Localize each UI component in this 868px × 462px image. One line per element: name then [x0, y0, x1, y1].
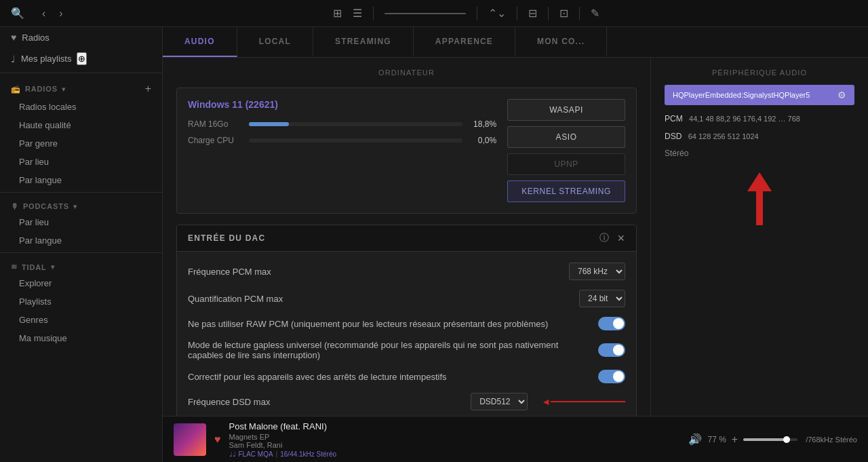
- podcasts-section-icon: 🎙: [11, 202, 19, 210]
- cpu-row: Charge CPU 0,0%: [188, 136, 496, 145]
- cpu-label: Charge CPU: [188, 136, 242, 145]
- tab-audio[interactable]: AUDIO: [163, 27, 237, 57]
- gapless-toggle[interactable]: [598, 343, 625, 357]
- sidebar-item-radios[interactable]: ♥ Radios: [0, 27, 162, 47]
- volume-knob: [783, 436, 790, 443]
- search-icon[interactable]: 🔍: [11, 7, 24, 20]
- dac-close-button[interactable]: ✕: [617, 233, 625, 244]
- ram-bar-container: [249, 122, 462, 126]
- separator1: [0, 73, 162, 73]
- kernel-streaming-button[interactable]: KERNEL STREAMING: [507, 180, 625, 202]
- gapless-row: Mode de lecture gapless universel (recom…: [188, 340, 625, 360]
- edit-icon[interactable]: ✎: [591, 7, 599, 20]
- sidebar-item-par-langue[interactable]: Par langue: [0, 171, 162, 189]
- stereo-label: Stéréo: [665, 147, 854, 161]
- list-icon[interactable]: ☰: [353, 7, 362, 20]
- sidebar-item-radios-locales[interactable]: Radios locales: [0, 98, 162, 116]
- volume-slider[interactable]: [743, 438, 797, 441]
- quant-select[interactable]: 24 bit 32 bit 16 bit: [579, 290, 625, 307]
- sidebar-item-par-genre[interactable]: Par genre: [0, 134, 162, 153]
- sidebar-item-tidal-mamusique[interactable]: Ma musique: [0, 329, 162, 347]
- volume-fill: [743, 438, 785, 441]
- tab-local[interactable]: LOCAL: [237, 27, 313, 57]
- correctif-label: Correctif pour les appareils avec des ar…: [188, 372, 591, 382]
- main-layout: ♥ Radios ♩ Mes playlists ⊕ 📻 RADIOS ▾ + …: [0, 27, 868, 462]
- dac-info-button[interactable]: ⓘ: [599, 232, 609, 244]
- tidal-section-icon: ≋: [11, 263, 18, 271]
- wasapi-button[interactable]: WASAPI: [507, 99, 625, 121]
- player-heart-row: ♥: [214, 434, 221, 446]
- tidal-section[interactable]: ≋ TIDAL ▾: [0, 256, 162, 274]
- player-info: Post Malone (feat. RANI) Magnets EP Sam …: [229, 421, 681, 458]
- tidal-section-label: TIDAL: [22, 263, 47, 271]
- pcm-label: PCM: [665, 114, 683, 123]
- sidebar-item-tidal-genres[interactable]: Genres: [0, 311, 162, 329]
- pcm-info: PCM 44,1 48 88,2 96 176,4 192 … 768 DSD …: [665, 112, 854, 161]
- sidebar-item-podcast-lieu[interactable]: Par lieu: [0, 213, 162, 231]
- separator3: [0, 252, 162, 253]
- podcasts-section[interactable]: 🎙 PODCASTS ▾: [0, 195, 162, 213]
- tabs: AUDIO LOCAL STREAMING APPARENCE MON CO..…: [163, 27, 868, 58]
- dsd-arrow-annotation: ◄: [541, 396, 625, 407]
- player-format: ♩♩ FLAC MQA | 16/44.1kHz Stéréo: [229, 450, 681, 458]
- pcm-values: 44,1 48 88,2 96 176,4 192 … 768: [689, 115, 800, 123]
- sidebar-item-podcast-langue[interactable]: Par langue: [0, 231, 162, 250]
- dsd-values: 64 128 256 512 1024: [688, 132, 759, 140]
- sidebar-item-playlists[interactable]: ♩ Mes playlists ⊕: [0, 47, 162, 70]
- bottom-player: ♥ Post Malone (feat. RANI) Magnets EP Sa…: [163, 416, 868, 462]
- sidebar-item-haute-qualite[interactable]: Haute qualité: [0, 116, 162, 134]
- podcasts-section-label: PODCASTS: [23, 202, 69, 210]
- player-thumbnail: [174, 423, 206, 456]
- nav-forward-button[interactable]: ›: [55, 6, 66, 21]
- player-format-detail: 16/44.1kHz Stéréo: [280, 450, 336, 458]
- quant-label: Quantification PCM max: [188, 294, 572, 304]
- raw-pcm-toggle[interactable]: [598, 317, 625, 330]
- dac-dialog: ENTRÉE DU DAC ⓘ ✕ Fréquence PCM max: [176, 225, 637, 416]
- top-bar: 🔍 ‹ › ⊞ ☰ ⌃⌄ ⊟ ⊡ ✎: [0, 0, 868, 27]
- player-favorite-icon[interactable]: ♥: [214, 434, 221, 446]
- nav-back-button[interactable]: ‹: [38, 6, 50, 21]
- tab-streaming[interactable]: STREAMING: [313, 27, 414, 57]
- view-icon[interactable]: ⊡: [559, 7, 568, 20]
- hqplayer-settings-button[interactable]: ⚙: [837, 90, 846, 100]
- dac-title: ENTRÉE DU DAC: [188, 233, 265, 243]
- playlist-icon: ♩: [11, 54, 16, 64]
- add-playlist-button[interactable]: ⊕: [77, 52, 87, 65]
- player-album: Magnets EP: [229, 433, 681, 441]
- content-main: ORDINATEUR Windows 11 (22621) RAM 16Go: [163, 58, 868, 416]
- ram-value: 18,8%: [469, 119, 496, 129]
- freq-pcm-select[interactable]: 768 kHz 384 kHz 192 kHz: [569, 263, 625, 280]
- filter-icon[interactable]: ⊟: [528, 7, 537, 20]
- sidebar-item-par-lieu[interactable]: Par lieu: [0, 153, 162, 171]
- correctif-toggle[interactable]: [598, 370, 625, 383]
- dac-body: Fréquence PCM max 768 kHz 384 kHz 192 kH…: [177, 252, 636, 416]
- dac-header: ENTRÉE DU DAC ⓘ ✕: [177, 225, 636, 252]
- sidebar-item-tidal-playlists[interactable]: Playlists: [0, 292, 162, 311]
- sidebar-item-tidal-explorer[interactable]: Explorer: [0, 274, 162, 292]
- sort-icon[interactable]: ⌃⌄: [488, 7, 506, 20]
- add-radio-button[interactable]: +: [145, 83, 151, 95]
- freq-dsd-row: Fréquence DSD max DSD512 DSD256 DSD128 ◄: [188, 393, 625, 410]
- divider3: [517, 7, 517, 20]
- player-title: Post Malone (feat. RANI): [229, 421, 681, 431]
- volume-plus-icon[interactable]: +: [732, 434, 738, 446]
- tab-apparence[interactable]: APPARENCE: [414, 27, 515, 57]
- upward-red-arrow: [665, 172, 854, 225]
- tab-mon-compte[interactable]: MON CO...: [515, 27, 607, 57]
- freq-dsd-select[interactable]: DSD512 DSD256 DSD128: [471, 393, 528, 410]
- player-format-label: FLAC MQA: [239, 450, 273, 458]
- player-artist: Sam Feldt, Rani: [229, 441, 681, 449]
- player-volume: 🔊 77 % +: [688, 433, 797, 446]
- radios-section[interactable]: 📻 RADIOS ▾ +: [0, 76, 162, 98]
- cpu-bar-container: [249, 138, 462, 142]
- ram-label: RAM 16Go: [188, 119, 242, 129]
- upnp-button[interactable]: UPnP: [507, 153, 625, 175]
- asio-button[interactable]: ASIO: [507, 126, 625, 148]
- sidebar: ♥ Radios ♩ Mes playlists ⊕ 📻 RADIOS ▾ + …: [0, 27, 163, 462]
- separator2: [0, 192, 162, 193]
- freq-dsd-label: Fréquence DSD max: [188, 397, 464, 407]
- cpu-value: 0,0%: [469, 136, 496, 145]
- volume-label: 77 %: [707, 435, 726, 444]
- grid-icon[interactable]: ⊞: [333, 7, 342, 20]
- ram-bar: [249, 122, 289, 126]
